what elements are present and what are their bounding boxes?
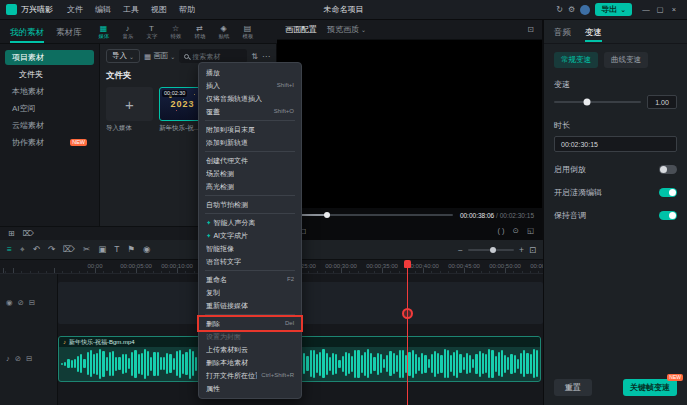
toggle-switch[interactable]	[659, 188, 677, 197]
sidebar-item[interactable]: 协作素材NEW	[5, 135, 94, 150]
sidebar-item[interactable]: 本地素材	[5, 84, 94, 99]
zoom-out-icon[interactable]: −	[458, 245, 463, 255]
context-menu-item[interactable]: 删除本地素材	[199, 356, 301, 369]
menubar-item[interactable]: 文件	[61, 0, 89, 20]
context-menu-item[interactable]: 上传素材到云	[199, 343, 301, 356]
track-visibility-icon[interactable]: ◉	[6, 298, 13, 307]
context-menu-item[interactable]: 重命名F2	[199, 273, 301, 286]
sidebar-item[interactable]: 云端素材	[5, 118, 94, 133]
sidebar-item[interactable]: 文件夹	[5, 67, 94, 82]
seek-bar[interactable]	[285, 214, 453, 216]
category-text[interactable]: T文字	[140, 20, 164, 44]
speed-mode-pill[interactable]: 常规变速	[554, 52, 598, 68]
zoom-slider[interactable]	[468, 249, 514, 251]
playhead[interactable]	[407, 260, 408, 405]
category-transition[interactable]: ⇄转场	[188, 20, 212, 44]
toggle-switch[interactable]	[659, 211, 677, 220]
search-input[interactable]	[192, 53, 242, 60]
maximize-button[interactable]: ▢	[653, 0, 667, 20]
sidebar-item[interactable]: 项目素材	[5, 50, 94, 65]
context-menu-item[interactable]: 添加到新轨道	[199, 136, 301, 149]
context-menu-item[interactable]: 仅将音频轨道插入	[199, 92, 301, 105]
record-icon[interactable]: ◉	[143, 244, 150, 255]
speed-slider[interactable]	[554, 101, 641, 103]
sort-icon[interactable]: ⇅	[251, 52, 258, 61]
import-button[interactable]: 导入 ⌄	[106, 49, 140, 63]
toggle-switch[interactable]	[659, 165, 677, 174]
context-menu-item[interactable]: ✦智能人声分离	[199, 216, 301, 229]
user-avatar[interactable]	[580, 5, 590, 15]
reset-button[interactable]: 重置	[554, 379, 592, 396]
context-menu-item[interactable]: 自动节拍检测	[199, 198, 301, 211]
close-button[interactable]: ×	[667, 0, 681, 20]
minimize-button[interactable]: —	[639, 0, 653, 20]
context-menu-item[interactable]: 播放	[199, 66, 301, 79]
context-menu-item[interactable]: 附加到项目末尾	[199, 123, 301, 136]
more-options-icon[interactable]: ⋯	[262, 52, 270, 61]
context-menu-item[interactable]: 高光检测	[199, 180, 301, 193]
context-menu-item[interactable]: 复制	[199, 286, 301, 299]
speed-slider-handle[interactable]	[584, 99, 591, 106]
track-mute-icon[interactable]: ⊘	[18, 298, 24, 307]
speed-value-input[interactable]: 1.00	[647, 95, 677, 109]
new-folder-icon[interactable]: ⊞	[8, 229, 15, 238]
duration-input[interactable]: 00:02:30:15	[554, 136, 677, 152]
context-menu-item[interactable]: 智能抠像	[199, 242, 301, 255]
snapshot-icon[interactable]: ⊙	[513, 226, 519, 235]
category-media[interactable]: ▦媒体	[92, 20, 116, 44]
trash-icon[interactable]: ⌦	[23, 229, 34, 238]
import-media-tile[interactable]: + 导入媒体	[106, 87, 153, 133]
menubar-item[interactable]: 编辑	[89, 0, 117, 20]
export-button[interactable]: 导出 ⌄	[595, 3, 632, 16]
context-menu-item[interactable]: ✦AI文字成片	[199, 229, 301, 242]
context-menu-item[interactable]: 场景检测	[199, 167, 301, 180]
sync-icon[interactable]: ↻	[556, 5, 563, 14]
fullscreen-icon[interactable]: ◱	[527, 226, 534, 235]
menubar-item[interactable]: 视图	[145, 0, 173, 20]
zoom-slider-handle[interactable]	[490, 247, 496, 253]
context-menu-item[interactable]: 打开文件所在位置Ctrl+Shift+R	[199, 369, 301, 382]
marker-icon[interactable]: ⚑	[127, 244, 135, 255]
category-template[interactable]: ▤模板	[236, 20, 260, 44]
undo-icon[interactable]: ↶	[33, 244, 40, 255]
context-menu-item[interactable]: 创建代理文件	[199, 154, 301, 167]
crop-icon[interactable]: ▣	[98, 244, 106, 255]
text-tool-icon[interactable]: T	[114, 244, 119, 255]
speed-mode-pill[interactable]: 曲线变速	[604, 52, 648, 68]
category-effects[interactable]: ☆特效	[164, 20, 188, 44]
mark-in-out-icon[interactable]: ( )	[498, 226, 505, 235]
menubar-item[interactable]: 帮助	[173, 0, 201, 20]
split-icon[interactable]: ✂	[83, 244, 90, 255]
track-lock-icon[interactable]: ⊟	[26, 354, 32, 363]
panel-expand-icon[interactable]: ⊡	[527, 25, 534, 34]
context-menu-item[interactable]: 插入Shift+I	[199, 79, 301, 92]
view-filter-dropdown[interactable]: ▦ 画面 ⌄	[144, 51, 175, 61]
redo-icon[interactable]: ↷	[48, 244, 55, 255]
panel-tab[interactable]: 素材库	[50, 20, 88, 44]
menubar-item[interactable]: 工具	[117, 0, 145, 20]
properties-tab[interactable]: 变速	[585, 20, 602, 43]
track-mute-icon[interactable]: ⊘	[15, 354, 21, 363]
context-menu-item[interactable]: 覆盖Shift+O	[199, 105, 301, 118]
delete-icon[interactable]: ⌦	[63, 244, 75, 255]
context-menu-item[interactable]: 重新链接媒体	[199, 299, 301, 312]
context-menu-item[interactable]: 删除Del	[199, 317, 301, 330]
properties-tab[interactable]: 音频	[554, 20, 571, 43]
track-lock-icon[interactable]: ⊟	[29, 298, 35, 307]
track-manager-icon[interactable]: ≡	[7, 244, 12, 255]
seek-handle[interactable]	[324, 212, 330, 218]
sidebar-item[interactable]: AI空间	[5, 101, 94, 116]
panel-tab[interactable]: 我的素材	[4, 20, 50, 44]
context-menu-item[interactable]: 属性	[199, 382, 301, 395]
pointer-icon[interactable]: ⌖	[20, 244, 25, 255]
playhead-handle[interactable]	[404, 260, 411, 268]
preview-quality-dropdown[interactable]: 预览画质 ⌄	[327, 24, 366, 35]
category-sticker[interactable]: ◈贴纸	[212, 20, 236, 44]
settings-icon[interactable]: ⚙	[568, 5, 575, 14]
context-menu-item[interactable]: 语音转文字	[199, 255, 301, 268]
keyframe-speed-button[interactable]: 关键帧变速 NEW	[623, 379, 677, 396]
zoom-in-icon[interactable]: +	[519, 245, 524, 255]
canvas-config-tab[interactable]: 画面配置	[285, 24, 317, 35]
category-music[interactable]: ♪音乐	[116, 20, 140, 44]
fit-timeline-icon[interactable]: ⊡	[529, 245, 536, 255]
